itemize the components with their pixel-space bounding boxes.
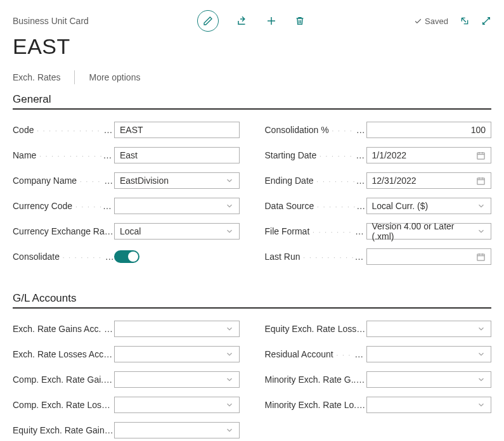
- currency-code-select[interactable]: [114, 198, 240, 214]
- residual-select[interactable]: [366, 346, 492, 362]
- chevron-down-icon: [477, 324, 486, 333]
- edit-button[interactable]: [197, 10, 219, 32]
- currency-exch-rate-select[interactable]: Local: [114, 223, 240, 240]
- file-format-select[interactable]: Version 4.00 or Later (.xml): [366, 223, 492, 240]
- chevron-down-icon: [225, 400, 234, 409]
- svg-rect-1: [477, 178, 484, 184]
- label-comp-gains: Comp. Exch. Rate Gai...: [13, 374, 114, 385]
- label-data-source: Data Source: [265, 201, 366, 211]
- label-consolidate: Consolidate: [13, 252, 114, 262]
- delete-icon[interactable]: [295, 15, 305, 27]
- label-residual: Residual Account: [265, 349, 366, 359]
- label-equity-gains: Equity Exch. Rate Gain...: [13, 425, 114, 435]
- label-currency-code: Currency Code: [13, 201, 114, 211]
- label-file-format: File Format: [265, 226, 366, 236]
- svg-rect-0: [477, 153, 484, 159]
- chevron-down-icon: [477, 227, 486, 236]
- label-min-gains: Minority Exch. Rate G...: [265, 374, 366, 385]
- label-min-losses: Minority Exch. Rate Lo...: [265, 400, 366, 410]
- label-ending-date: Ending Date: [265, 176, 366, 186]
- company-name-select[interactable]: EastDivision: [114, 172, 240, 189]
- consolidation-pct-input[interactable]: 100: [366, 122, 492, 138]
- equity-losses-select[interactable]: [366, 321, 492, 337]
- comp-gains-select[interactable]: [114, 371, 240, 388]
- action-more-options[interactable]: More options: [89, 72, 140, 82]
- label-exch-losses: Exch. Rate Losses Acc.: [13, 349, 114, 359]
- section-title-general: General: [13, 93, 491, 106]
- page-subtitle: Business Unit Card: [13, 16, 89, 26]
- section-rule: [13, 108, 491, 110]
- chevron-down-icon: [225, 324, 234, 333]
- chevron-down-icon: [225, 227, 234, 236]
- chevron-down-icon: [477, 350, 486, 359]
- label-last-run: Last Run: [265, 252, 366, 262]
- exch-losses-select[interactable]: [114, 346, 240, 362]
- ending-date-input[interactable]: 12/31/2022: [366, 172, 492, 189]
- exch-gains-select[interactable]: [114, 321, 240, 337]
- min-losses-select[interactable]: [366, 397, 492, 413]
- label-equity-losses: Equity Exch. Rate Loss...: [265, 324, 366, 334]
- label-currency-exch-rate: Currency Exchange Ra...: [13, 226, 114, 236]
- chevron-down-icon: [225, 426, 234, 435]
- share-icon[interactable]: [236, 15, 248, 27]
- label-company-name: Company Name: [13, 176, 114, 186]
- last-run-input[interactable]: [366, 248, 492, 265]
- chevron-down-icon: [225, 201, 234, 210]
- label-name: Name: [13, 150, 114, 160]
- svg-rect-2: [477, 254, 484, 260]
- data-source-select[interactable]: Local Curr. ($): [366, 198, 492, 214]
- chevron-down-icon: [477, 201, 486, 210]
- label-exch-gains: Exch. Rate Gains Acc.: [13, 324, 114, 334]
- label-starting-date: Starting Date: [265, 150, 366, 160]
- starting-date-input[interactable]: 1/1/2022: [366, 147, 492, 163]
- calendar-icon: [476, 151, 486, 160]
- action-exch-rates[interactable]: Exch. Rates: [13, 72, 60, 82]
- saved-status: Saved: [414, 16, 448, 26]
- section-title-gl: G/L Accounts: [13, 292, 491, 305]
- label-code: Code: [13, 125, 114, 135]
- code-input[interactable]: EAST: [114, 122, 240, 138]
- consolidate-toggle[interactable]: [114, 250, 139, 263]
- page-title: EAST: [13, 34, 491, 59]
- comp-losses-select[interactable]: [114, 397, 240, 413]
- section-rule: [13, 307, 491, 309]
- min-gains-select[interactable]: [366, 371, 492, 388]
- chevron-down-icon: [225, 375, 234, 384]
- expand-icon[interactable]: [481, 16, 491, 26]
- name-input[interactable]: East: [114, 147, 240, 163]
- label-consolidation-pct: Consolidation %: [265, 125, 366, 135]
- label-comp-losses: Comp. Exch. Rate Loss...: [13, 400, 114, 410]
- chevron-down-icon: [225, 176, 234, 185]
- new-icon[interactable]: [266, 15, 277, 27]
- chevron-down-icon: [477, 375, 486, 384]
- equity-gains-select[interactable]: [114, 422, 240, 438]
- popout-icon[interactable]: [460, 16, 470, 26]
- chevron-down-icon: [225, 350, 234, 359]
- divider: [74, 70, 75, 84]
- calendar-icon: [476, 252, 486, 262]
- calendar-icon: [476, 176, 486, 186]
- chevron-down-icon: [477, 400, 486, 409]
